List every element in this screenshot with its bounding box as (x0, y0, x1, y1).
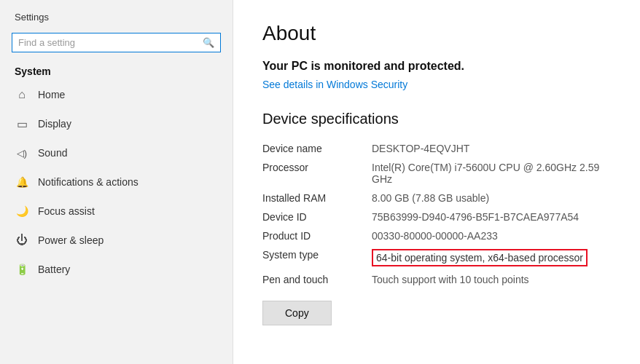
spec-value: Intel(R) Core(TM) i7-5600U CPU @ 2.60GHz… (372, 158, 611, 189)
specs-table: Device nameDESKTOP-4EQVJHTProcessorIntel… (262, 139, 611, 289)
sidebar-item-label: Power & sleep (38, 234, 104, 246)
battery-icon (15, 262, 29, 277)
table-row: Product ID00330-80000-00000-AA233 (262, 226, 611, 245)
device-specs-title: Device specifications (262, 111, 611, 127)
spec-label: Processor (262, 158, 372, 189)
search-box[interactable]: 🔍 (12, 33, 221, 52)
page-title: About (262, 22, 611, 45)
spec-value: Touch support with 10 touch points (372, 270, 611, 289)
spec-value: 75B63999-D940-4796-B5F1-B7CAEA977A54 (372, 207, 611, 226)
spec-label: Installed RAM (262, 189, 372, 207)
sound-icon (15, 146, 29, 160)
search-input[interactable] (18, 37, 203, 48)
table-row: ProcessorIntel(R) Core(TM) i7-5600U CPU … (262, 158, 611, 189)
sidebar: Settings 🔍 System Home Display Sound Not… (0, 0, 233, 364)
sidebar-item-home[interactable]: Home (0, 80, 233, 109)
table-row: Installed RAM8.00 GB (7.88 GB usable) (262, 189, 611, 207)
sidebar-item-label: Notifications & actions (38, 176, 138, 188)
search-icon: 🔍 (203, 37, 214, 48)
spec-label: Product ID (262, 226, 372, 245)
section-label: System (0, 60, 233, 80)
sidebar-item-focus[interactable]: Focus assist (0, 197, 233, 226)
power-icon (15, 233, 29, 248)
protection-text: Your PC is monitored and protected. (262, 60, 611, 73)
sidebar-item-label: Sound (38, 147, 67, 159)
table-row: System type64-bit operating system, x64-… (262, 245, 611, 270)
display-icon (15, 116, 29, 131)
sidebar-item-label: Battery (38, 264, 70, 275)
copy-button[interactable]: Copy (262, 301, 332, 325)
search-wrapper: 🔍 (0, 28, 233, 60)
table-row: Pen and touchTouch support with 10 touch… (262, 270, 611, 289)
sidebar-item-power[interactable]: Power & sleep (0, 226, 233, 255)
sidebar-item-label: Display (38, 118, 71, 130)
app-title: Settings (0, 0, 233, 28)
main-content: About Your PC is monitored and protected… (233, 0, 640, 364)
sidebar-item-label: Focus assist (38, 205, 95, 217)
table-row: Device nameDESKTOP-4EQVJHT (262, 139, 611, 158)
home-icon (15, 87, 29, 102)
sidebar-item-display[interactable]: Display (0, 109, 233, 138)
notifications-icon (15, 175, 29, 189)
spec-label: System type (262, 245, 372, 270)
windows-security-link[interactable]: See details in Windows Security (262, 79, 407, 90)
sidebar-item-sound[interactable]: Sound (0, 138, 233, 167)
spec-label: Device name (262, 139, 372, 158)
spec-value: 00330-80000-00000-AA233 (372, 226, 611, 245)
table-row: Device ID75B63999-D940-4796-B5F1-B7CAEA9… (262, 207, 611, 226)
spec-label: Pen and touch (262, 270, 372, 289)
sidebar-item-label: Home (38, 89, 65, 100)
sidebar-item-notifications[interactable]: Notifications & actions (0, 167, 233, 197)
sidebar-item-battery[interactable]: Battery (0, 255, 233, 284)
spec-value: 64-bit operating system, x64-based proce… (372, 245, 611, 270)
focus-icon (15, 204, 29, 218)
spec-value: 8.00 GB (7.88 GB usable) (372, 189, 611, 207)
system-type-highlighted: 64-bit operating system, x64-based proce… (372, 249, 588, 266)
spec-value: DESKTOP-4EQVJHT (372, 139, 611, 158)
spec-label: Device ID (262, 207, 372, 226)
